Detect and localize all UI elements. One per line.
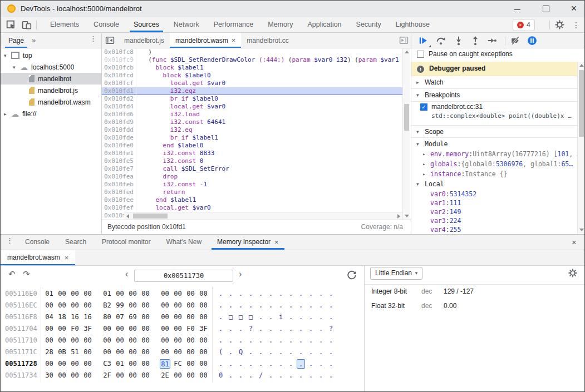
ascii-char[interactable]: . <box>277 324 285 334</box>
ascii-char[interactable]: . <box>287 289 295 299</box>
local-var-var0[interactable]: ▸var0: 5314352 <box>411 189 577 198</box>
hex-byte[interactable]: 30 <box>44 371 55 380</box>
hex-byte[interactable]: 00 <box>57 324 67 334</box>
code-address[interactable]: 0x010fcb <box>102 64 136 72</box>
scope-section-header[interactable]: ▾ Scope <box>411 125 577 138</box>
main-tab-application[interactable]: Application <box>300 17 348 32</box>
history-forward-icon[interactable]: ↷ <box>23 269 30 279</box>
hex-byte[interactable]: 3F <box>198 324 209 334</box>
code-line-0x010feb[interactable]: 0x010febi32.const -1 <box>102 181 402 188</box>
ascii-char[interactable]: . <box>307 301 315 310</box>
code-address[interactable]: 0x010feb <box>102 181 136 188</box>
main-tab-memory[interactable]: Memory <box>260 17 300 32</box>
hex-byte[interactable]: B2 <box>102 301 112 310</box>
ascii-char[interactable]: . <box>327 359 335 369</box>
hex-byte[interactable]: 00 <box>185 312 196 322</box>
ascii-char[interactable]: . <box>227 289 235 299</box>
main-tab-elements[interactable]: Elements <box>43 17 86 32</box>
code-line-0x010fe1[interactable]: 0x010fe1i32.const 8833 <box>102 150 402 157</box>
ascii-char[interactable]: . <box>307 348 315 357</box>
ascii-char[interactable]: . <box>317 371 325 380</box>
code-address[interactable]: 0x010fe7 <box>102 165 136 173</box>
hex-byte[interactable]: 2E <box>160 371 170 380</box>
code-line-0x010fe0[interactable]: 0x010fe0end $label0 <box>102 142 402 150</box>
tree-item-localhost-5000[interactable]: ▾☁localhost:5000 <box>1 61 101 73</box>
ascii-char[interactable]: i <box>277 312 285 322</box>
hex-byte[interactable]: 00 <box>140 336 151 345</box>
hex-byte[interactable]: 00 <box>160 312 170 322</box>
drawer-menu-icon[interactable]: ⋮ <box>6 236 13 245</box>
code-line-0x010fd6[interactable]: 0x010fd6i32.load <box>102 111 402 118</box>
hide-navigator-button[interactable] <box>105 36 115 47</box>
ascii-char[interactable]: . <box>247 359 255 369</box>
ascii-char[interactable]: . <box>257 312 265 322</box>
ascii-char[interactable]: ( <box>217 348 225 357</box>
ascii-char[interactable]: . <box>307 359 315 369</box>
ascii-char[interactable]: . <box>287 348 295 357</box>
main-tab-network[interactable]: Network <box>166 17 207 32</box>
code-line-0x010fcd[interactable]: 0x010fcdblock $label0 <box>102 72 402 80</box>
ascii-char[interactable]: . <box>297 289 305 299</box>
hex-byte[interactable]: 00 <box>57 336 67 345</box>
ascii-char[interactable]: . <box>317 324 325 334</box>
ascii-char[interactable]: . <box>327 348 335 357</box>
ascii-char[interactable]: . <box>267 336 275 345</box>
source-tab-mandelbrot-wasm[interactable]: mandelbrot.wasm× <box>170 33 241 48</box>
hex-address[interactable]: 005116E0 <box>5 288 37 300</box>
code-line-0x010fd2[interactable]: 0x010fd2br_if $label0 <box>102 95 402 103</box>
ascii-char[interactable]: Q <box>237 348 245 357</box>
hex-byte[interactable]: 01 <box>115 359 125 369</box>
hex-byte[interactable]: 28 <box>44 348 55 357</box>
ascii-char[interactable]: . <box>227 359 235 369</box>
ascii-char[interactable]: . <box>277 289 285 299</box>
drawer-tab-search[interactable]: Search <box>57 235 94 250</box>
code-line-0x010fde[interactable]: 0x010fdebr_if $label1 <box>102 134 402 142</box>
previous-page-chevron[interactable]: ‹ <box>125 269 128 279</box>
scope-local-header[interactable]: ▾ Local <box>411 179 577 189</box>
ascii-char[interactable]: . <box>297 348 305 357</box>
error-badge[interactable]: × 4 <box>513 19 535 31</box>
code-address[interactable]: 0x010fd6 <box>102 111 136 118</box>
ascii-char[interactable]: . <box>267 348 275 357</box>
hex-byte[interactable]: 00 <box>102 324 112 334</box>
ascii-char[interactable]: . <box>237 336 245 345</box>
main-tab-security[interactable]: Security <box>349 17 389 32</box>
hex-byte[interactable]: 00 <box>57 359 67 369</box>
code-line-0x010fc8[interactable]: 0x010fc8) <box>102 48 402 56</box>
refresh-icon[interactable] <box>347 270 357 282</box>
hex-byte[interactable]: 00 <box>115 336 125 345</box>
hex-byte[interactable]: 00 <box>173 289 183 299</box>
ascii-char[interactable]: . <box>277 359 285 369</box>
ascii-char[interactable]: . <box>307 289 315 299</box>
scope-module-header[interactable]: ▾ Module <box>411 139 577 149</box>
ascii-char[interactable]: . <box>297 359 305 369</box>
main-tab-lighthouse[interactable]: Lighthouse <box>389 17 437 32</box>
next-page-chevron[interactable]: › <box>239 269 242 279</box>
scope-item-instance[interactable]: ▸instance: Instance {} <box>411 169 577 179</box>
code-line-0x010fed[interactable]: 0x010fedreturn <box>102 188 402 196</box>
ascii-char[interactable]: . <box>287 301 295 310</box>
ascii-char[interactable]: . <box>227 324 235 334</box>
code-address[interactable]: 0x010fea <box>102 173 136 181</box>
resume-button[interactable] <box>418 36 429 47</box>
ascii-char[interactable]: ? <box>247 324 255 334</box>
ascii-char[interactable]: . <box>257 324 265 334</box>
ascii-char[interactable]: . <box>297 312 305 322</box>
code-address[interactable]: 0x010fde <box>102 134 136 142</box>
hex-byte[interactable]: 00 <box>57 289 67 299</box>
step-over-button[interactable] <box>436 36 447 47</box>
code-address[interactable]: 0x010fe0 <box>102 142 136 150</box>
local-var-var1[interactable]: ▸var1: 111 <box>411 198 577 207</box>
hex-byte[interactable]: 00 <box>173 371 183 380</box>
hex-byte[interactable]: 00 <box>198 312 209 322</box>
scrollbar-thumb[interactable] <box>133 214 168 219</box>
hex-byte[interactable]: 00 <box>102 336 112 345</box>
hex-byte[interactable]: 69 <box>127 312 138 322</box>
hex-byte[interactable]: 00 <box>140 348 151 357</box>
endianness-select[interactable]: Little Endian ▼ <box>370 267 422 280</box>
hex-byte[interactable]: 00 <box>82 371 93 380</box>
inspect-element-icon[interactable] <box>6 20 17 30</box>
scroll-right-arrow[interactable] <box>397 214 400 219</box>
scrollbar-thumb[interactable] <box>404 104 409 131</box>
ascii-char[interactable]: . <box>317 336 325 345</box>
